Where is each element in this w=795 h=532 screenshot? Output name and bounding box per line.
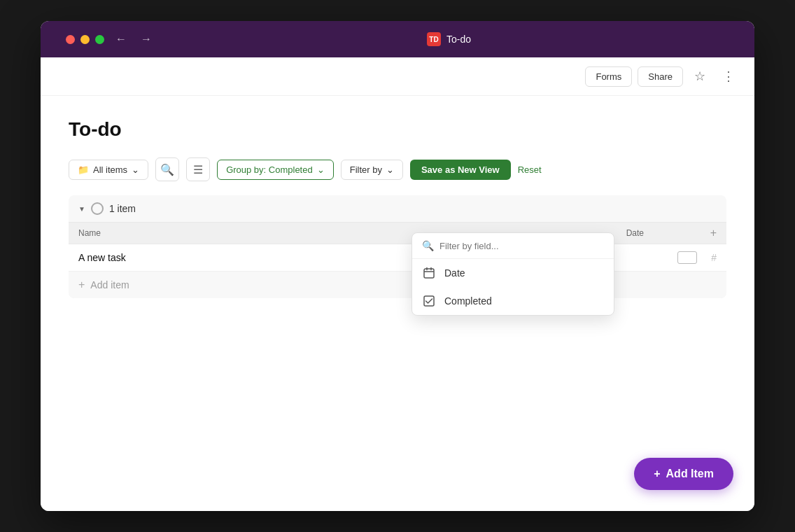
add-column-button[interactable]: + bbox=[710, 227, 717, 239]
group-collapse-icon[interactable]: ▼ bbox=[78, 205, 85, 213]
row-extra-cells: # bbox=[677, 251, 717, 264]
views-icon: 📁 bbox=[78, 164, 89, 175]
add-item-row[interactable]: + Add item bbox=[69, 272, 726, 298]
dropdown-item-date[interactable]: Date bbox=[412, 259, 614, 287]
group-status-icon bbox=[91, 202, 104, 215]
filter-settings-button[interactable]: ☰ bbox=[186, 158, 210, 181]
col-date-header: Date bbox=[626, 228, 710, 238]
group-label: Group by: Completed bbox=[226, 164, 313, 175]
main-content: Forms Share ☆ ⋮ To-do 📁 All items ⌄ 🔍 ☰ bbox=[41, 57, 754, 511]
filter-by-chevron-icon: ⌄ bbox=[386, 164, 394, 175]
topbar: Forms Share ☆ ⋮ bbox=[41, 57, 754, 96]
forms-button[interactable]: Forms bbox=[585, 66, 632, 87]
favorite-button[interactable]: ☆ bbox=[689, 66, 711, 87]
table-container: ▼ 1 item Name Date + A new task 📅 bbox=[69, 195, 726, 298]
dropdown-item-completed[interactable]: Completed bbox=[412, 287, 614, 315]
share-button[interactable]: Share bbox=[638, 66, 683, 87]
group-header: ▼ 1 item bbox=[69, 195, 726, 222]
filter-icon: ☰ bbox=[193, 163, 203, 176]
row-hash-icon: # bbox=[711, 252, 717, 263]
views-chevron-icon: ⌄ bbox=[132, 164, 139, 175]
views-label: All items bbox=[93, 164, 127, 175]
group-chevron-icon: ⌄ bbox=[317, 164, 325, 175]
dropdown-search-icon: 🔍 bbox=[422, 240, 434, 251]
app-icon: TD bbox=[427, 32, 441, 46]
dropdown-search-area: 🔍 bbox=[412, 233, 614, 259]
calendar-icon bbox=[422, 266, 436, 280]
search-button[interactable]: 🔍 bbox=[155, 158, 179, 181]
back-button[interactable]: ← bbox=[113, 30, 129, 48]
filter-dropdown: 🔍 Date bbox=[411, 232, 614, 316]
traffic-lights bbox=[66, 30, 104, 48]
app-title: To-do bbox=[446, 34, 471, 45]
dropdown-date-label: Date bbox=[444, 267, 465, 279]
dropdown-completed-label: Completed bbox=[444, 295, 492, 307]
group-by-button[interactable]: Group by: Completed ⌄ bbox=[217, 160, 334, 180]
add-item-fab[interactable]: + Add Item bbox=[634, 458, 733, 490]
add-item-label: Add item bbox=[90, 279, 129, 290]
views-button[interactable]: 📁 All items ⌄ bbox=[69, 160, 148, 180]
save-new-view-button[interactable]: Save as New View bbox=[410, 160, 511, 180]
minimize-button[interactable] bbox=[80, 35, 90, 44]
checkbox-icon bbox=[422, 294, 436, 308]
filter-by-button[interactable]: Filter by ⌄ bbox=[341, 160, 403, 180]
forward-button[interactable]: → bbox=[138, 30, 155, 48]
toolbar: 📁 All items ⌄ 🔍 ☰ Group by: Completed ⌄ … bbox=[69, 158, 726, 181]
table-row: A new task 📅 # bbox=[69, 244, 726, 272]
app-window: ← → TD To-do Forms Share ☆ ⋮ To-do 📁 All… bbox=[41, 21, 754, 511]
titlebar: ← → TD To-do bbox=[41, 21, 754, 57]
filter-by-label: Filter by bbox=[350, 164, 382, 175]
reset-button[interactable]: Reset bbox=[518, 164, 542, 175]
dropdown-search-input[interactable] bbox=[439, 241, 604, 251]
titlebar-center: TD To-do bbox=[155, 32, 743, 46]
fab-label: Add Item bbox=[666, 468, 714, 480]
row-checkbox[interactable] bbox=[677, 251, 697, 264]
add-item-plus-icon: + bbox=[78, 279, 85, 291]
table-header: Name Date + bbox=[69, 222, 726, 244]
maximize-button[interactable] bbox=[95, 35, 104, 44]
fab-plus-icon: + bbox=[654, 468, 660, 480]
search-icon: 🔍 bbox=[160, 163, 174, 176]
close-button[interactable] bbox=[66, 35, 75, 44]
group-item-count: 1 item bbox=[109, 203, 136, 214]
more-options-button[interactable]: ⋮ bbox=[717, 66, 740, 87]
nav-buttons: ← → bbox=[66, 30, 155, 48]
page-title: To-do bbox=[69, 118, 726, 141]
svg-rect-0 bbox=[424, 269, 434, 278]
page: To-do 📁 All items ⌄ 🔍 ☰ Group by: Comple… bbox=[41, 96, 754, 511]
